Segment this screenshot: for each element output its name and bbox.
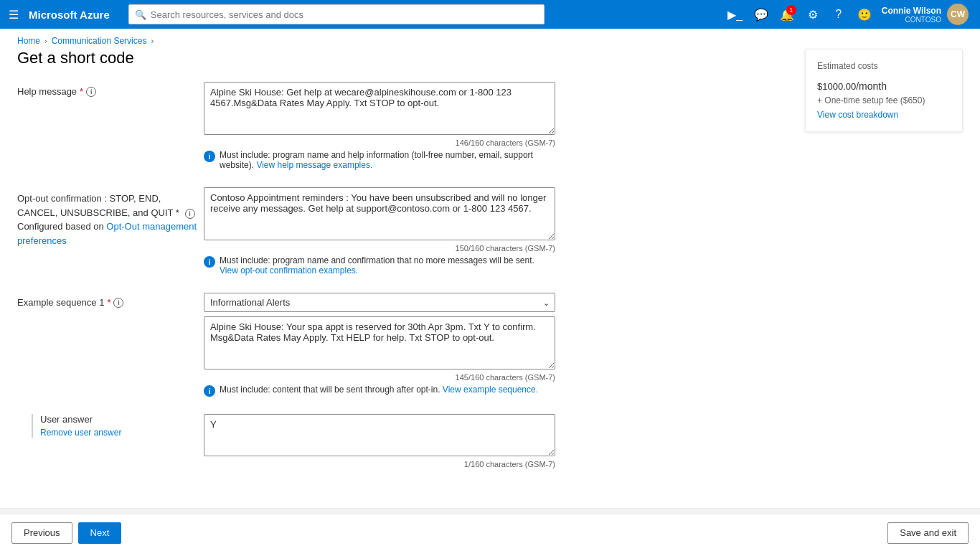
search-box[interactable]: 🔍 xyxy=(128,4,545,24)
optout-textarea[interactable]: Contoso Appointment reminders : You have… xyxy=(204,187,555,240)
form-section: Help message * i Alpine Ski House: Get h… xyxy=(17,82,963,483)
cost-panel: Estimated costs $1000.00/month + One-tim… xyxy=(805,49,963,132)
help-icon[interactable]: ? xyxy=(827,3,850,26)
example-seq-row: Example sequence 1 * i Informational Ale… xyxy=(17,293,963,402)
help-message-required: * xyxy=(80,86,83,97)
hint-circle-2: i xyxy=(204,256,215,268)
user-info: Connie Wilson CONTOSO xyxy=(882,6,941,24)
app-logo: Microsoft Azure xyxy=(29,9,110,21)
help-message-hint-link[interactable]: View help message examples. xyxy=(256,160,372,170)
breadcrumb-sep-1: › xyxy=(44,37,47,45)
breadcrumb-home[interactable]: Home xyxy=(17,36,40,46)
cost-panel-title: Estimated costs xyxy=(817,61,951,71)
search-icon: 🔍 xyxy=(135,9,146,20)
user-answer-label-inner: User answer Remove user answer xyxy=(32,414,204,438)
breadcrumb-service[interactable]: Communication Services xyxy=(52,36,147,46)
help-message-label-col: Help message * i xyxy=(17,82,204,97)
example-seq-hint-box: i Must include: content that will be sen… xyxy=(204,385,555,397)
example-seq-label: Example sequence 1 xyxy=(17,297,104,308)
breadcrumb: Home › Communication Services › xyxy=(0,29,980,49)
optout-char-count: 150/160 characters (GSM-7) xyxy=(204,244,555,253)
previous-button[interactable]: Previous xyxy=(11,522,72,541)
notifications-icon[interactable]: 🔔 1 xyxy=(776,3,798,26)
example-seq-char-count: 145/160 characters (GSM-7) xyxy=(204,373,555,382)
optout-hint-box: i Must include: program name and confirm… xyxy=(204,255,555,276)
user-name: Connie Wilson xyxy=(882,6,941,16)
user-answer-row: User answer Remove user answer Y 1/160 c… xyxy=(17,414,963,471)
settings-icon[interactable]: ⚙ xyxy=(801,3,824,26)
hint-circle-3: i xyxy=(204,385,215,397)
user-answer-label-col: User answer Remove user answer xyxy=(17,414,204,438)
optout-info-icon[interactable]: i xyxy=(185,209,195,219)
help-message-char-count: 146/160 characters (GSM-7) xyxy=(204,138,555,147)
help-message-hint-text: Must include: program name and help info… xyxy=(220,150,555,170)
example-seq-info-icon[interactable]: i xyxy=(113,298,123,308)
hint-circle-1: i xyxy=(204,151,215,162)
user-answer-textarea[interactable]: Y xyxy=(204,414,555,456)
smiley-icon[interactable]: 🙂 xyxy=(853,3,876,26)
cloud-shell-icon[interactable]: ▶_ xyxy=(724,3,747,26)
optout-label-col: Opt-out confirmation : STOP, END, CANCEL… xyxy=(17,187,204,248)
help-message-info-icon[interactable]: i xyxy=(86,87,96,97)
example-seq-hint-link[interactable]: View example sequence. xyxy=(443,385,538,395)
help-message-hint-box: i Must include: program name and help in… xyxy=(204,150,555,170)
feedback-icon[interactable]: 💬 xyxy=(750,3,773,26)
optout-row: Opt-out confirmation : STOP, END, CANCEL… xyxy=(17,187,963,281)
optout-hint-text: Must include: program name and confirmat… xyxy=(220,255,534,276)
hamburger-icon[interactable]: ☰ xyxy=(9,8,19,22)
breadcrumb-sep-2: › xyxy=(151,37,154,45)
cost-breakdown-link[interactable]: View cost breakdown xyxy=(817,110,951,120)
example-seq-control-col: Informational Alerts Promotional Polling… xyxy=(204,293,555,402)
optout-label-line3: Configured based on xyxy=(17,221,104,232)
optout-hint-link[interactable]: View opt-out confirmation examples. xyxy=(220,265,358,276)
cost-period: /month xyxy=(856,80,887,92)
horizontal-scrollbar[interactable] xyxy=(0,508,980,514)
cost-setup-fee: + One-time setup fee ($650) xyxy=(817,95,951,105)
example-seq-dropdown-wrapper: Informational Alerts Promotional Polling… xyxy=(204,293,555,312)
example-seq-label-col: Example sequence 1 * i xyxy=(17,293,204,308)
search-input[interactable] xyxy=(151,9,538,20)
example-seq-hint-text: Must include: content that will be sent … xyxy=(220,385,538,395)
save-exit-button[interactable]: Save and exit xyxy=(887,522,969,541)
help-message-textarea[interactable]: Alpine Ski House: Get help at wecare@alp… xyxy=(204,82,555,135)
remove-user-answer-link[interactable]: Remove user answer xyxy=(40,428,204,438)
notification-badge: 1 xyxy=(786,5,796,15)
user-answer-char-count: 1/160 characters (GSM-7) xyxy=(204,460,555,468)
example-seq-textarea[interactable]: Alpine Ski House: Your spa appt is reser… xyxy=(204,316,555,369)
page-content: Get a short code Help message * i Alpine… xyxy=(0,49,980,540)
optout-control-col: Contoso Appointment reminders : You have… xyxy=(204,187,555,281)
cost-panel-amount: $1000.00/month xyxy=(817,75,951,94)
bottom-bar: Previous Next Save and exit xyxy=(0,514,980,540)
user-answer-label: User answer xyxy=(40,414,204,425)
example-seq-required: * xyxy=(107,297,110,308)
next-button[interactable]: Next xyxy=(78,522,122,541)
user-org: CONTOSO xyxy=(882,16,941,24)
optout-label-line1: Opt-out confirmation : STOP, END, xyxy=(17,193,161,204)
user-answer-control-col: Y 1/160 characters (GSM-7) xyxy=(204,414,555,471)
top-navigation: ☰ Microsoft Azure 🔍 ▶_ 💬 🔔 1 ⚙ ? 🙂 Conni… xyxy=(0,0,980,29)
help-message-label: Help message xyxy=(17,86,77,97)
nav-icons: ▶_ 💬 🔔 1 ⚙ ? 🙂 Connie Wilson CONTOSO CW xyxy=(724,3,971,26)
example-seq-dropdown[interactable]: Informational Alerts Promotional Polling… xyxy=(204,293,555,312)
optout-label-line2: CANCEL, UNSUBSCRIBE, and QUIT * xyxy=(17,207,179,218)
help-message-control-col: Alpine Ski House: Get help at wecare@alp… xyxy=(204,82,555,176)
user-menu[interactable]: Connie Wilson CONTOSO CW xyxy=(879,4,971,25)
avatar: CW xyxy=(947,4,969,25)
